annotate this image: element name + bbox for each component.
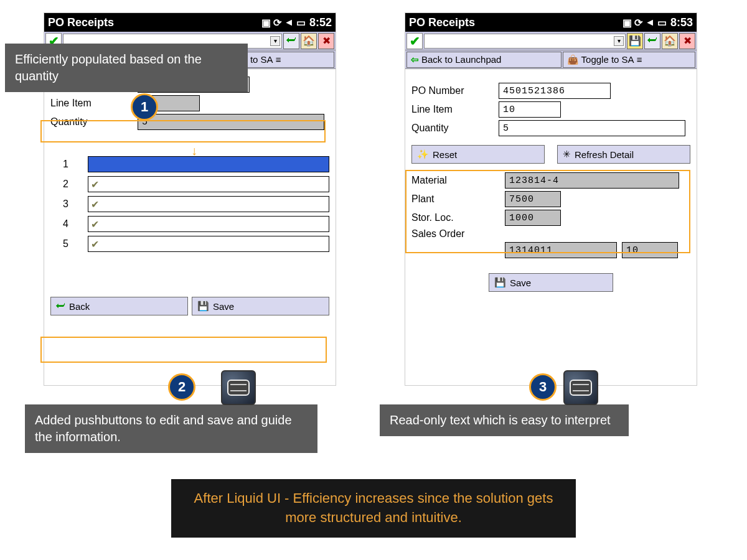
line-item-label: Line Item <box>50 98 138 109</box>
toggle-label: Toggle to SA <box>581 54 634 65</box>
back-arrow-icon[interactable]: ⮨ <box>644 33 660 49</box>
callout-efficient: Efficiently populated based on the quant… <box>5 44 248 92</box>
arrow-left-icon: ⮨ <box>56 301 65 312</box>
line-row: Line Item 10 <box>411 101 690 118</box>
list-row: 3 ✔ <box>63 195 329 213</box>
speaker-icon: ◄ <box>284 17 294 28</box>
bag-icon: 👜 <box>567 54 579 65</box>
quantity-label: Quantity <box>411 123 499 134</box>
back-to-launchpad-label: Back to Launchpad <box>421 54 501 65</box>
row-input[interactable]: ✔ <box>88 196 329 212</box>
clock: 8:52 <box>309 16 332 29</box>
back-label: Back <box>69 301 90 312</box>
command-field[interactable]: ▾ <box>424 34 626 49</box>
row-num: 5 <box>63 238 88 250</box>
row-input[interactable]: ✔ <box>88 176 329 192</box>
phone-right: PO Receipts ▣ ⟳ ◄ ▭ 8:53 ✔ ▾ 💾 ⮨ 🏠 ✖ ⇦ B… <box>405 12 697 386</box>
keyboard-icon[interactable] <box>221 370 256 405</box>
battery-icon: ▭ <box>296 17 306 29</box>
home-icon[interactable]: 🏠 <box>301 33 317 49</box>
button-row: ⮨ Back 💾 Save <box>50 297 329 315</box>
row-input-selected[interactable] <box>88 156 329 172</box>
detail-buttons: ✨ Reset ✳ Refresh Detail <box>411 145 690 164</box>
disk-icon[interactable]: 💾 <box>627 33 643 49</box>
list-icon: ≡ <box>637 54 642 65</box>
back-button[interactable]: ⮨ Back <box>50 297 188 315</box>
row-num: 2 <box>63 179 88 190</box>
arrow-left-icon: ⇦ <box>411 54 419 65</box>
back-to-launchpad-button[interactable]: ⇦ Back to Launchpad <box>406 52 561 68</box>
badge-1: 1 <box>131 93 158 121</box>
reset-icon: ✨ <box>417 149 429 160</box>
refresh-label: Refresh Detail <box>575 149 634 160</box>
dropdown-icon[interactable]: ▾ <box>270 36 280 46</box>
highlight-buttons <box>40 337 327 363</box>
quantity-field[interactable]: 5 <box>499 120 685 136</box>
button-row: 💾 Save <box>411 273 690 292</box>
screen-icon: ▣ <box>261 17 271 29</box>
refresh-button[interactable]: ✳ Refresh Detail <box>557 145 690 164</box>
row-num: 4 <box>63 218 88 230</box>
status-bar: PO Receipts ▣ ⟳ ◄ ▭ 8:52 <box>44 13 336 32</box>
sync-icon: ⟳ <box>273 17 281 29</box>
status-icons: ▣ ⟳ ◄ ▭ <box>261 17 306 29</box>
detail-area: Material 123814-4 Plant 7500 Stor. Loc. … <box>411 172 690 258</box>
qty-row: Quantity 5 <box>411 120 690 136</box>
home-icon[interactable]: 🏠 <box>662 33 678 49</box>
battery-icon: ▭ <box>657 17 667 29</box>
screen-icon: ▣ <box>622 17 632 29</box>
toolbar-secondary: ⇦ Back to Launchpad 👜 Toggle to SA ≡ <box>405 50 697 69</box>
list-area: 1 2 ✔ 3 ✔ 4 ✔ 5 ✔ <box>63 155 329 253</box>
check-icon: ✔ <box>91 238 99 250</box>
back-arrow-icon[interactable]: ⮨ <box>283 33 299 49</box>
toolbar-primary: ✔ ▾ 💾 ⮨ 🏠 ✖ <box>405 32 697 50</box>
list-icon: ≡ <box>276 54 281 65</box>
content-left: PO Number 4501521387 Line Item 10 Quanti… <box>44 69 336 320</box>
save-label: Save <box>213 301 234 312</box>
reset-label: Reset <box>433 149 457 160</box>
check-icon: ✔ <box>91 198 99 210</box>
check-icon: ✔ <box>91 179 99 190</box>
status-icons: ▣ ⟳ ◄ ▭ <box>622 17 667 29</box>
row-input[interactable]: ✔ <box>88 236 329 252</box>
confirm-icon[interactable]: ✔ <box>406 33 423 49</box>
disk-icon: 💾 <box>494 277 506 288</box>
status-bar: PO Receipts ▣ ⟳ ◄ ▭ 8:53 <box>405 13 697 32</box>
row-num: 1 <box>63 159 88 170</box>
toggle-button[interactable]: 👜 Toggle to SA ≡ <box>563 52 695 68</box>
badge-3: 3 <box>529 373 557 401</box>
cancel-icon[interactable]: ✖ <box>318 33 334 49</box>
sync-icon: ⟳ <box>634 17 642 29</box>
save-button[interactable]: 💾 Save <box>489 273 613 292</box>
disk-icon: 💾 <box>197 301 209 312</box>
list-row: 2 ✔ <box>63 175 329 194</box>
row-num: 3 <box>63 198 88 210</box>
save-label: Save <box>510 278 531 288</box>
clock: 8:53 <box>670 16 693 29</box>
highlight-detail <box>405 170 690 253</box>
speaker-icon: ◄ <box>645 17 655 28</box>
refresh-icon: ✳ <box>563 149 571 160</box>
dropdown-icon[interactable]: ▾ <box>614 36 624 46</box>
footer-caption: After Liquid UI - Efficiency increases s… <box>171 479 576 538</box>
content-right: PO Number 4501521386 Line Item 10 Quanti… <box>405 69 697 297</box>
app-title: PO Receipts <box>48 16 261 29</box>
check-icon: ✔ <box>91 218 99 230</box>
keyboard-icon[interactable] <box>563 370 598 405</box>
po-number-label: PO Number <box>411 85 499 96</box>
reset-button[interactable]: ✨ Reset <box>411 145 545 164</box>
po-number-field[interactable]: 4501521386 <box>499 83 611 99</box>
line-row: Line Item 10 <box>50 95 329 111</box>
line-item-label: Line Item <box>411 104 499 115</box>
app-title: PO Receipts <box>409 16 622 29</box>
highlight-quantity <box>40 120 326 142</box>
callout-readonly: Read-only text which is easy to interpre… <box>380 404 629 436</box>
line-item-field[interactable]: 10 <box>499 101 561 118</box>
row-input[interactable]: ✔ <box>88 216 329 232</box>
save-button[interactable]: 💾 Save <box>192 297 329 315</box>
list-row: 4 ✔ <box>63 215 329 233</box>
list-row: 5 ✔ <box>63 235 329 253</box>
cancel-icon[interactable]: ✖ <box>679 33 695 49</box>
arrow-down-icon: ↓ <box>191 144 197 158</box>
po-row: PO Number 4501521386 <box>411 83 690 99</box>
